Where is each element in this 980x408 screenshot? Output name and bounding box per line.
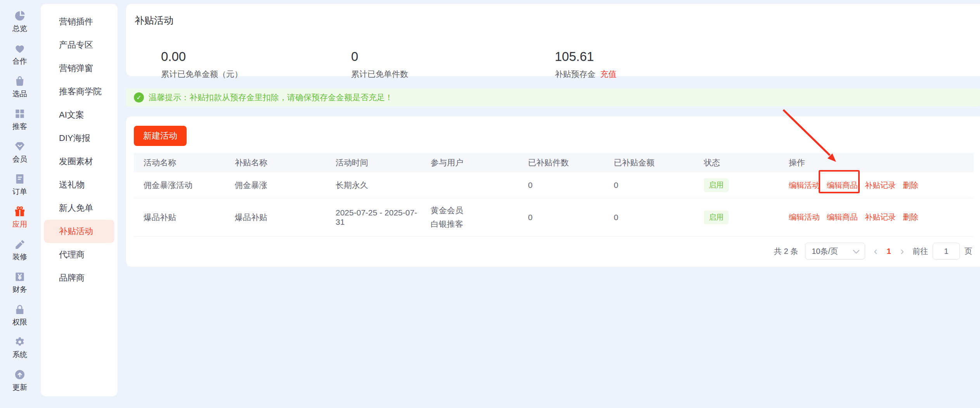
cell-subsidy-name: 爆品补贴 (225, 212, 326, 223)
cell-subsidy-name: 佣金暴涨 (225, 180, 326, 191)
rail-item-2[interactable]: 选品 (0, 70, 40, 102)
stat-label-row: 累计已免单金额（元） (161, 69, 351, 80)
menu-item-9[interactable]: 补贴活动 (44, 220, 114, 243)
rail-item-1[interactable]: 合作 (0, 37, 40, 70)
table-body: 佣金暴涨活动 佣金暴涨 长期永久 0 0 启用 编辑活动编辑商品补贴记录删除 爆… (134, 172, 974, 236)
stat-label: 累计已免单件数 (351, 69, 408, 80)
rail-item-10[interactable]: 系统 (0, 331, 40, 363)
sub-menu: 营销插件产品专区营销弹窗推客商学院AI文案DIY海报发圈素材送礼物新人免单补贴活… (41, 4, 118, 396)
gem-icon (14, 140, 26, 153)
rail-item-label: 订单 (12, 188, 27, 195)
menu-item-10[interactable]: 代理商 (41, 243, 118, 266)
cell-activity-time: 2025-07-25 - 2025-07-31 (326, 208, 421, 227)
cell-activity-time: 长期永久 (326, 180, 421, 191)
page-number-1[interactable]: 1 (886, 247, 892, 256)
status-badge: 启用 (704, 210, 729, 224)
rail-item-3[interactable]: 推客 (0, 102, 40, 135)
new-activity-button[interactable]: 新建活动 (134, 126, 187, 146)
main-content: 补贴活动 0.00 累计已免单金额（元） 0 累计已免单件数 105.61 补贴… (126, 0, 980, 267)
rail-item-label: 更新 (12, 384, 27, 391)
action-link-1-2[interactable]: 补贴记录 (865, 212, 896, 222)
rail-item-label: 总览 (12, 25, 27, 32)
arrow-up-circle-icon (14, 368, 26, 381)
check-circle-icon: ✓ (134, 92, 144, 102)
column-header-7: 操作 (779, 157, 974, 168)
cell-participants: 黄金会员白银推客 (421, 204, 518, 231)
goto-label: 前往 (912, 246, 928, 257)
stat-value: 0.00 (161, 50, 351, 63)
cell-subsidized-count: 0 (518, 213, 604, 222)
action-link-1-0[interactable]: 编辑活动 (789, 212, 820, 222)
menu-item-6[interactable]: 发圈素材 (41, 150, 118, 173)
stat-label-row: 累计已免单件数 (351, 69, 555, 80)
rail-item-4[interactable]: 会员 (0, 135, 40, 168)
menu-item-7[interactable]: 送礼物 (41, 173, 118, 196)
cell-status: 启用 (694, 210, 779, 224)
status-badge: 启用 (704, 178, 729, 192)
goto-page: 前往 页 (912, 243, 972, 260)
rail-item-0[interactable]: 总览 (0, 5, 40, 37)
column-header-0: 活动名称 (134, 157, 225, 168)
menu-item-8[interactable]: 新人免单 (41, 196, 118, 220)
action-link-1-1[interactable]: 编辑商品 (827, 212, 858, 222)
rail-item-11[interactable]: 更新 (0, 363, 40, 396)
action-link-0-3[interactable]: 删除 (903, 180, 918, 191)
recharge-link[interactable]: 充值 (600, 69, 616, 80)
next-page-button[interactable]: › (899, 246, 906, 257)
column-header-2: 活动时间 (326, 157, 421, 168)
cell-status: 启用 (694, 178, 779, 192)
notice-banner: ✓ 温馨提示：补贴扣款从预存金里扣除，请确保预存金金额是否充足！ (126, 89, 980, 106)
rail-item-5[interactable]: 订单 (0, 168, 40, 200)
rail-item-6[interactable]: 应用 (0, 200, 40, 233)
bag-icon (14, 75, 26, 87)
rail-item-label: 合作 (12, 57, 27, 65)
menu-item-3[interactable]: 推客商学院 (41, 80, 118, 103)
action-link-1-3[interactable]: 删除 (903, 212, 918, 222)
rail-item-label: 推客 (12, 123, 27, 130)
stat-value: 105.61 (555, 50, 758, 63)
pagination: 共 2 条 10条/页 ‹ 1 › 前往 页 (134, 243, 974, 260)
table-card: 新建活动 活动名称补贴名称活动时间参与用户已补贴件数已补贴金额状态操作 佣金暴涨… (126, 116, 980, 267)
action-link-0-2[interactable]: 补贴记录 (865, 180, 896, 191)
page-size-select[interactable]: 10条/页 (805, 243, 865, 260)
menu-item-2[interactable]: 营销弹窗 (41, 57, 118, 80)
stats-row: 0.00 累计已免单金额（元） 0 累计已免单件数 105.61 补贴预存金 充… (135, 50, 980, 80)
goto-page-input[interactable] (933, 243, 960, 260)
pie-chart-icon (14, 10, 26, 22)
rail-item-label: 会员 (12, 155, 27, 163)
header-card: 补贴活动 0.00 累计已免单金额（元） 0 累计已免单件数 105.61 补贴… (126, 4, 980, 76)
rail-item-label: 财务 (12, 286, 27, 293)
rail-item-label: 系统 (12, 351, 27, 358)
prev-page-button[interactable]: ‹ (872, 246, 879, 257)
stat-label: 累计已免单金额（元） (161, 69, 242, 80)
menu-item-11[interactable]: 品牌商 (41, 266, 118, 290)
participant-tag: 白银推客 (431, 217, 518, 231)
column-header-4: 已补贴件数 (518, 157, 604, 168)
action-link-0-0[interactable]: 编辑活动 (789, 180, 820, 191)
gear-icon (14, 336, 26, 348)
column-header-6: 状态 (694, 157, 779, 168)
stat-label-row: 补贴预存金 充值 (555, 69, 758, 80)
menu-item-0[interactable]: 营销插件 (41, 10, 118, 33)
action-link-0-1[interactable]: 编辑商品 (827, 180, 858, 191)
table-row: 爆品补贴 爆品补贴 2025-07-25 - 2025-07-31 黄金会员白银… (134, 198, 974, 236)
page-title: 补贴活动 (135, 14, 980, 27)
stat-block: 105.61 补贴预存金 充值 (555, 50, 758, 80)
stat-block: 0.00 累计已免单金额（元） (161, 50, 351, 80)
gift-icon (14, 205, 26, 218)
rail-item-8[interactable]: 财务 (0, 266, 40, 298)
lock-icon (14, 303, 26, 316)
column-header-1: 补贴名称 (225, 157, 326, 168)
menu-item-1[interactable]: 产品专区 (41, 33, 118, 57)
menu-item-5[interactable]: DIY海报 (41, 127, 118, 150)
participant-tag: 黄金会员 (431, 204, 518, 217)
menu-item-4[interactable]: AI文案 (41, 103, 118, 127)
rail-item-9[interactable]: 权限 (0, 298, 40, 331)
order-icon (14, 173, 26, 185)
rail-item-7[interactable]: 装修 (0, 233, 40, 266)
brush-icon (14, 238, 26, 250)
cell-activity-name: 爆品补贴 (134, 212, 225, 223)
page-size-value: 10条/页 (812, 246, 838, 257)
stat-value: 0 (351, 50, 555, 63)
chevron-down-icon (853, 247, 860, 253)
